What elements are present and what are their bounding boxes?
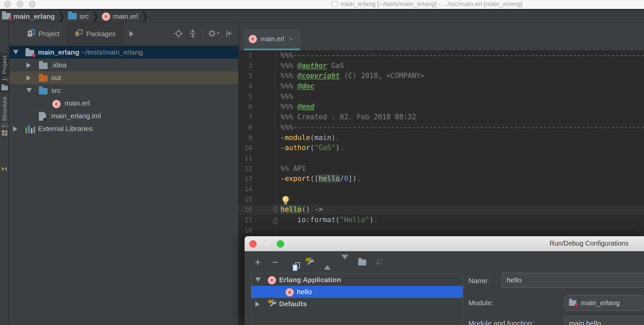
collapse-all-icon[interactable] bbox=[188, 29, 197, 39]
chevron-down-icon[interactable] bbox=[13, 50, 18, 54]
line-number: 6 bbox=[239, 102, 252, 112]
locate-icon[interactable] bbox=[174, 29, 183, 39]
gutter-separator bbox=[275, 71, 276, 81]
bookmark-tool-icon[interactable] bbox=[2, 167, 7, 173]
code-line-18: 18 bbox=[239, 225, 644, 236]
remove-button[interactable]: − bbox=[271, 258, 279, 267]
line-number: 9 bbox=[239, 133, 252, 143]
gear-icon[interactable] bbox=[208, 29, 219, 39]
edit-defaults-button[interactable] bbox=[306, 258, 314, 267]
editor-tab-bar: emain.erl× bbox=[239, 22, 644, 50]
hide-panel-icon[interactable] bbox=[225, 29, 234, 39]
module-and-function-label: Module and function: bbox=[468, 319, 534, 325]
packages-tab-icon bbox=[74, 29, 83, 39]
gutter-separator bbox=[275, 133, 276, 143]
breadcrumb-item-src[interactable]: src bbox=[68, 11, 89, 21]
code-line-15: 15 bbox=[239, 194, 644, 205]
config-item-erlang-application[interactable]: eErlang Application bbox=[251, 274, 463, 286]
chevron-right-icon[interactable] bbox=[26, 75, 31, 81]
gutter-separator bbox=[275, 102, 276, 112]
chevron-right-icon[interactable] bbox=[255, 302, 260, 307]
zoom-window-icon[interactable] bbox=[29, 1, 36, 8]
project-tab-icon bbox=[27, 29, 36, 39]
tree-item-main_erlang-iml[interactable]: main_erlang.iml bbox=[9, 110, 238, 122]
module-and-function-input[interactable]: main hello bbox=[564, 316, 644, 325]
folder-blue-icon bbox=[39, 86, 48, 96]
gutter-separator bbox=[275, 174, 276, 184]
breadcrumb-item-main-erl[interactable]: emain.erl bbox=[102, 12, 138, 21]
add-button[interactable]: + bbox=[253, 258, 262, 267]
code-line-13: 13-export([hello/0]). bbox=[239, 174, 644, 184]
line-number: 11 bbox=[239, 153, 252, 164]
breadcrumb: emain_erlang❯src❯emain.erl❯ bbox=[0, 10, 644, 22]
minimize-window-icon[interactable] bbox=[16, 1, 23, 8]
add-icon: + bbox=[255, 258, 261, 267]
chevron-down-icon[interactable] bbox=[26, 88, 32, 92]
chevron-down-icon[interactable] bbox=[255, 277, 261, 282]
breadcrumb-separator-icon: ❯ bbox=[141, 10, 148, 23]
code-line-2: 2%%% @author GaS bbox=[239, 61, 644, 71]
config-item-defaults[interactable]: Defaults bbox=[251, 298, 463, 310]
breadcrumb-item-main_erlang[interactable]: emain_erlang bbox=[2, 11, 55, 21]
tree-item-main-erl[interactable]: emain.erl bbox=[9, 97, 238, 110]
iml-file-icon bbox=[39, 112, 46, 122]
view-tab-packages[interactable]: Packages bbox=[67, 22, 123, 45]
tree-item-external-libraries[interactable]: External Libraries bbox=[9, 122, 238, 135]
move-down-button bbox=[340, 258, 349, 267]
gutter-separator bbox=[275, 122, 276, 133]
config-item-label: hello bbox=[297, 288, 312, 296]
svg-text:z: z bbox=[380, 262, 382, 266]
module-and-function-value: main hello bbox=[569, 319, 601, 325]
close-window-icon[interactable] bbox=[4, 1, 11, 8]
module-select[interactable]: e main_erlang bbox=[564, 295, 644, 311]
editor-tab-main-erl[interactable]: emain.erl× bbox=[244, 29, 300, 50]
config-item-hello[interactable]: ehello bbox=[251, 286, 463, 298]
code-line-7: 7%%% Created : 02. Feb 2018 08:32 bbox=[239, 112, 644, 122]
window-title: main_erlang [~/tests/main_erlang] - .../… bbox=[340, 0, 522, 9]
tree-item-src[interactable]: src bbox=[9, 84, 238, 97]
gutter-separator bbox=[275, 194, 276, 205]
breadcrumb-separator-icon: ❯ bbox=[58, 10, 65, 23]
tree-item-main_erlang[interactable]: emain_erlang ~/tests/main_erlang bbox=[9, 46, 238, 59]
code-text: hello() -> bbox=[280, 204, 323, 215]
chevron-right-icon[interactable] bbox=[26, 63, 31, 68]
code-line-4: 4%%% @doc bbox=[239, 81, 644, 91]
remove-icon: − bbox=[272, 258, 278, 267]
tree-item-out[interactable]: out bbox=[9, 71, 238, 84]
new-folder-icon bbox=[358, 258, 367, 267]
project-stripe-icon bbox=[0, 83, 9, 92]
wrench-icon bbox=[268, 299, 277, 310]
close-tab-icon[interactable]: × bbox=[289, 35, 293, 43]
dialog-close-icon[interactable] bbox=[249, 240, 257, 248]
name-input[interactable]: hello bbox=[502, 273, 644, 287]
new-folder-button[interactable] bbox=[358, 258, 367, 267]
line-number: 15 bbox=[239, 194, 252, 205]
folder-erlang-icon: e bbox=[2, 11, 11, 21]
libs-icon bbox=[25, 125, 35, 135]
dialog-zoom-icon[interactable] bbox=[277, 240, 284, 248]
tool-stripe-button-7-structure[interactable]: 7: Structure bbox=[0, 94, 9, 136]
gutter-separator bbox=[275, 91, 276, 102]
chevron-right-icon[interactable] bbox=[13, 126, 17, 132]
window-proxy-icon bbox=[332, 1, 337, 7]
code-line-6: 6%%% @end bbox=[239, 102, 644, 112]
project-panel-header: ProjectPackages bbox=[9, 22, 238, 46]
tool-stripe-button-1-project[interactable]: 1: Project bbox=[0, 53, 9, 93]
editor-tab-label: main.erl bbox=[260, 35, 284, 43]
line-number: 3 bbox=[239, 71, 252, 81]
line-number: 7 bbox=[239, 112, 252, 122]
line-number: 8 bbox=[239, 122, 252, 133]
intention-bulb-icon[interactable] bbox=[282, 196, 289, 202]
gutter-separator bbox=[275, 184, 276, 194]
expand-views-icon[interactable] bbox=[129, 31, 134, 37]
gutter-separator bbox=[275, 153, 276, 164]
view-tab-project[interactable]: Project bbox=[19, 22, 67, 45]
copy-button[interactable] bbox=[288, 258, 297, 267]
code-area[interactable]: 1%%%------------------------------------… bbox=[239, 50, 644, 235]
svg-text:a: a bbox=[380, 257, 382, 262]
folder-gray-icon bbox=[39, 61, 48, 71]
tree-item--idea[interactable]: .idea bbox=[9, 59, 238, 71]
line-number: 16 bbox=[239, 204, 252, 215]
configurations-tree: eErlang ApplicationehelloDefaults bbox=[251, 273, 463, 325]
code-line-10: 10-author("GaS"). bbox=[239, 143, 644, 153]
